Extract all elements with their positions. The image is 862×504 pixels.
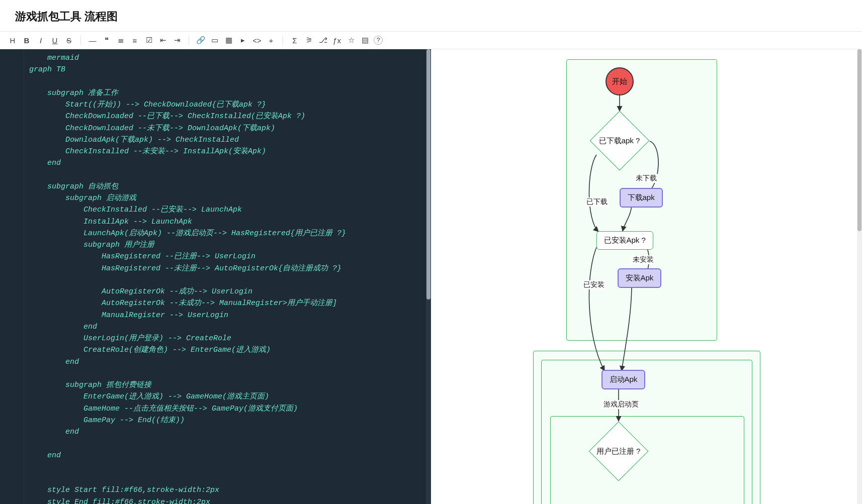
bold-button[interactable]: B xyxy=(21,35,32,46)
node-label: 已下载apk ? xyxy=(599,136,640,146)
editor-scrollbar-thumb[interactable] xyxy=(426,49,430,299)
node-label: 已安装Apk ? xyxy=(604,236,646,245)
node-launch-apk: 启动Apk xyxy=(601,370,646,389)
preview-scrollbar[interactable] xyxy=(857,49,862,504)
strike-button[interactable]: S xyxy=(63,35,74,46)
page-title: 游戏抓包工具 流程图 xyxy=(15,9,847,24)
quote-button[interactable]: ❝ xyxy=(101,35,112,46)
help-button[interactable]: ? xyxy=(374,36,383,45)
hr-button[interactable]: — xyxy=(87,35,98,46)
edge-label-downloaded: 已下载 xyxy=(585,197,609,207)
star-button[interactable]: ☆ xyxy=(346,35,357,46)
node-has-registered: 用户已注册 ? xyxy=(588,421,649,481)
flowchart-diagram: 开始 已下载apk ? 未下载 已下载 下载apk 已安装Apk ? 未安装 已… xyxy=(526,54,767,504)
code-button[interactable]: <> xyxy=(251,35,263,46)
edge-label-installed: 已安装 xyxy=(582,280,606,289)
node-label: 下载apk xyxy=(628,193,655,203)
toolbar-separator xyxy=(80,36,81,45)
table-button[interactable]: ▦ xyxy=(223,35,234,46)
node-label: 用户已注册 ? xyxy=(596,447,641,456)
editor-scrollbar[interactable] xyxy=(426,49,431,504)
ul-button[interactable]: ≣ xyxy=(115,35,126,46)
calendar-button[interactable]: ▤ xyxy=(360,35,371,46)
node-install-apk: 安装Apk xyxy=(618,268,662,288)
add-button[interactable]: + xyxy=(266,35,277,46)
code-editor[interactable]: mermaid graph TB subgraph 准备工作 Start((开始… xyxy=(24,49,431,504)
preview-scrollbar-thumb[interactable] xyxy=(857,49,861,231)
node-start: 开始 xyxy=(606,67,634,95)
node-label: 安装Apk xyxy=(626,273,654,283)
page-header: 游戏抓包工具 流程图 xyxy=(0,0,862,32)
branch-button[interactable]: ⎇ xyxy=(317,35,328,46)
node-label: 开始 xyxy=(612,77,627,86)
edge-label-launch-page: 游戏启动页 xyxy=(602,400,640,409)
code-editor-pane: mermaid graph TB subgraph 准备工作 Start((开始… xyxy=(0,49,431,504)
indent-button[interactable]: ⇥ xyxy=(171,35,183,46)
node-label: 启动Apk xyxy=(610,375,638,384)
toolbar-separator xyxy=(189,36,189,45)
toolbar-separator xyxy=(283,36,283,45)
editor-gutter xyxy=(0,49,24,504)
video-button[interactable]: ▸ xyxy=(237,35,248,46)
italic-button[interactable]: I xyxy=(35,35,46,46)
heading-button[interactable]: H xyxy=(7,35,18,46)
edge-label-not-installed: 未安装 xyxy=(632,255,655,264)
function-button[interactable]: ƒx xyxy=(331,35,342,46)
node-check-installed: 已安装Apk ? xyxy=(596,231,653,250)
outdent-button[interactable]: ⇤ xyxy=(157,35,168,46)
main-split: mermaid graph TB subgraph 准备工作 Start((开始… xyxy=(0,49,862,504)
node-check-downloaded: 已下载apk ? xyxy=(589,111,650,171)
checklist-button[interactable]: ☑ xyxy=(143,35,154,46)
underline-button[interactable]: U xyxy=(49,35,60,46)
ol-button[interactable]: ≡ xyxy=(129,35,140,46)
formula-button[interactable]: Σ xyxy=(289,35,300,46)
diagram-preview-pane: 开始 已下载apk ? 未下载 已下载 下载apk 已安装Apk ? 未安装 已… xyxy=(431,49,862,504)
editor-toolbar: H B I U S — ❝ ≣ ≡ ☑ ⇤ ⇥ 🔗 ▭ ▦ ▸ <> + Σ ⚞… xyxy=(0,32,862,49)
edge-label-not-downloaded: 未下载 xyxy=(635,174,658,183)
tree-button[interactable]: ⚞ xyxy=(303,35,314,46)
link-button[interactable]: 🔗 xyxy=(195,35,206,46)
node-download-apk: 下载apk xyxy=(620,188,663,208)
image-button[interactable]: ▭ xyxy=(209,35,220,46)
